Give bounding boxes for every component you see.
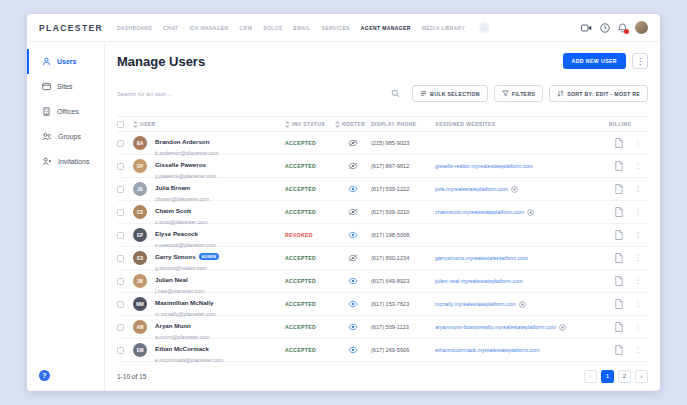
row-menu-button[interactable]: ⋮ xyxy=(631,277,645,285)
billing-icon[interactable] xyxy=(607,184,631,194)
table-row[interactable]: MM Maximillian McNally m.mcnally@placest… xyxy=(117,293,648,316)
row-menu-button[interactable]: ⋮ xyxy=(631,323,645,331)
row-menu-button[interactable]: ⋮ xyxy=(631,162,645,170)
website-link[interactable]: julien.neal.myrealestateplatform.com xyxy=(435,278,523,284)
website-link[interactable]: gisselle-realtor.myrealestateplatform.co… xyxy=(435,163,533,169)
billing-icon[interactable] xyxy=(607,138,631,148)
roster-toggle[interactable] xyxy=(335,300,371,308)
page-menu-button[interactable]: ⋮ xyxy=(632,53,648,69)
page-button-2[interactable]: 2 xyxy=(618,370,631,383)
select-all-checkbox[interactable] xyxy=(117,121,124,128)
roster-toggle[interactable] xyxy=(335,185,371,193)
column-header-billing[interactable]: BILLING xyxy=(609,121,631,127)
billing-icon[interactable] xyxy=(607,207,631,217)
table-row[interactable]: GP Gisselle Paweros g.paweros@placester.… xyxy=(117,155,648,178)
billing-icon[interactable] xyxy=(607,345,631,355)
sidebar-item-invitations[interactable]: Invitations xyxy=(27,149,104,174)
row-checkbox[interactable] xyxy=(117,278,124,285)
bulk-selection-button[interactable]: BULK SELECTION xyxy=(412,85,488,102)
search-input[interactable] xyxy=(117,91,391,97)
website-link[interactable]: aryanmunn-bostonrealty.myrealestateplatf… xyxy=(435,324,556,330)
sidebar-item-users[interactable]: Users xyxy=(27,49,104,74)
row-checkbox[interactable] xyxy=(117,209,124,216)
row-checkbox[interactable] xyxy=(117,232,124,239)
website-link[interactable]: chaimscott.myrealestateplatform.com xyxy=(435,209,524,215)
billing-icon[interactable] xyxy=(607,322,631,332)
billing-icon[interactable] xyxy=(607,230,631,240)
sort-arrows-icon[interactable] xyxy=(133,121,138,128)
row-checkbox[interactable] xyxy=(117,186,124,193)
website-link[interactable]: ethanmccormack.myrealestateplatform.com xyxy=(435,347,540,353)
row-menu-button[interactable]: ⋮ xyxy=(631,231,645,239)
row-menu-button[interactable]: ⋮ xyxy=(631,346,645,354)
add-new-user-button[interactable]: ADD NEW USER xyxy=(563,53,626,69)
roster-toggle[interactable] xyxy=(335,254,371,262)
billing-icon[interactable] xyxy=(607,276,631,286)
table-row[interactable]: AM Aryan Munn a.munn@placester.com ACCEP… xyxy=(117,316,648,339)
roster-toggle[interactable] xyxy=(335,162,371,170)
table-row[interactable]: JB Julia Brown j.brown@placester.com ACC… xyxy=(117,178,648,201)
sidebar-item-groups[interactable]: Groups xyxy=(27,124,104,149)
nav-item-idx-manager[interactable]: IDX MANAGER xyxy=(189,25,228,31)
page-button-1[interactable]: 1 xyxy=(601,370,614,383)
add-website-icon[interactable] xyxy=(519,301,526,308)
roster-toggle[interactable] xyxy=(335,139,371,147)
nav-item-dashboard[interactable]: DASHBOARD xyxy=(117,25,152,31)
next-page-button[interactable]: › xyxy=(635,370,648,383)
nav-more-button[interactable]: ··· xyxy=(479,22,490,33)
add-website-icon[interactable] xyxy=(511,186,518,193)
row-checkbox[interactable] xyxy=(117,140,124,147)
table-row[interactable]: BA Brandon Arderson b.anderson@placester… xyxy=(117,132,648,155)
nav-item-chat[interactable]: CHAT xyxy=(163,25,178,31)
user-avatar[interactable] xyxy=(635,21,648,34)
nav-item-crm[interactable]: CRM xyxy=(240,25,253,31)
roster-toggle[interactable] xyxy=(335,323,371,331)
nav-item-solos[interactable]: SOLOS xyxy=(263,25,282,31)
clock-icon[interactable] xyxy=(600,23,610,33)
row-menu-button[interactable]: ⋮ xyxy=(631,185,645,193)
nav-item-media-library[interactable]: MEDIA LIBRARY xyxy=(422,25,465,31)
row-checkbox[interactable] xyxy=(117,255,124,262)
row-checkbox[interactable] xyxy=(117,163,124,170)
nav-item-agent-manager[interactable]: AGENT MANAGER xyxy=(361,25,411,31)
website-link[interactable]: garrysimons.myrealestateplatform.com xyxy=(435,255,528,261)
add-website-icon[interactable] xyxy=(527,209,534,216)
sidebar-item-sites[interactable]: Sites xyxy=(27,74,104,99)
roster-toggle[interactable] xyxy=(335,277,371,285)
roster-toggle[interactable] xyxy=(335,346,371,354)
table-row[interactable]: EM Ethan McCormack e.mccormack@placester… xyxy=(117,339,648,362)
table-row[interactable]: GS Garry SimonsADMIN g.simons@realtor.co… xyxy=(117,247,648,270)
sort-arrows-icon[interactable] xyxy=(285,121,290,128)
column-header-inv-status[interactable]: INV STATUS xyxy=(292,121,325,127)
column-header-user[interactable]: USER xyxy=(140,121,156,127)
website-link[interactable]: mcnally.myrealestateplatform.com xyxy=(435,301,516,307)
sort-by-button[interactable]: SORT BY: EDIT - MOST RE xyxy=(549,85,648,102)
row-menu-button[interactable]: ⋮ xyxy=(631,254,645,262)
table-row[interactable]: EP Elyse Peacock e.peacock@placester.com… xyxy=(117,224,648,247)
search-icon[interactable] xyxy=(391,89,400,98)
sort-arrows-icon[interactable] xyxy=(335,121,340,128)
row-menu-button[interactable]: ⋮ xyxy=(631,139,645,147)
roster-toggle[interactable] xyxy=(335,208,371,216)
row-checkbox[interactable] xyxy=(117,324,124,331)
table-row[interactable]: JN Julien Neal j.neal@placester.com ACCE… xyxy=(117,270,648,293)
roster-toggle[interactable] xyxy=(335,231,371,239)
column-header-roster[interactable]: ROSTER xyxy=(342,121,365,127)
table-row[interactable]: CS Chaim Scott c.scott@placester.com ACC… xyxy=(117,201,648,224)
prev-page-button[interactable]: ‹ xyxy=(584,370,597,383)
column-header-display-phone[interactable]: DISPLAY PHONE xyxy=(371,121,417,127)
row-menu-button[interactable]: ⋮ xyxy=(631,208,645,216)
row-menu-button[interactable]: ⋮ xyxy=(631,300,645,308)
camera-icon[interactable] xyxy=(581,24,592,32)
row-checkbox[interactable] xyxy=(117,301,124,308)
billing-icon[interactable] xyxy=(607,161,631,171)
nav-item-services[interactable]: SERVICES xyxy=(321,25,349,31)
notifications-bell-icon[interactable] xyxy=(618,23,627,33)
website-link[interactable]: julia.myrealestateplatform.com xyxy=(435,186,508,192)
help-button[interactable]: ? xyxy=(39,370,50,381)
billing-icon[interactable] xyxy=(607,299,631,309)
row-checkbox[interactable] xyxy=(117,347,124,354)
filters-button[interactable]: FILTERS xyxy=(494,85,543,102)
column-header-assigned-websites[interactable]: ASSIGNED WEBSITES xyxy=(435,121,495,127)
add-website-icon[interactable] xyxy=(559,324,566,331)
